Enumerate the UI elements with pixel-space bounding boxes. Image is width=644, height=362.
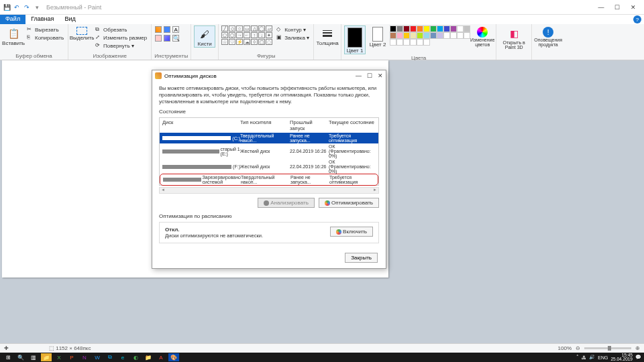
- table-row[interactable]: (F:)Жесткий диск22.04.2019 16:26ОК (Фраг…: [160, 159, 378, 174]
- tray-up-icon[interactable]: ˄: [576, 355, 579, 360]
- copy-button[interactable]: ⎘Копировать: [25, 34, 65, 42]
- palette-empty[interactable]: [396, 39, 403, 46]
- taskbar-app[interactable]: ◐: [130, 353, 141, 361]
- palette-empty[interactable]: [390, 39, 396, 46]
- tab-view[interactable]: Вид: [59, 15, 80, 24]
- palette-swatch[interactable]: [410, 32, 417, 39]
- fill-button[interactable]: ▣Заливка ▾: [275, 34, 311, 42]
- palette-swatch[interactable]: [390, 32, 396, 39]
- color1-button[interactable]: Цвет 1: [344, 25, 366, 54]
- zoom-slider[interactable]: [584, 347, 631, 349]
- palette-swatch[interactable]: [423, 32, 430, 39]
- paste-button[interactable]: 📋 Вставить: [3, 25, 24, 46]
- palette-swatch[interactable]: [403, 25, 410, 32]
- picker-tool[interactable]: [164, 35, 170, 42]
- clock[interactable]: 15:45 25.04.2019: [610, 353, 633, 362]
- fill-tool[interactable]: [164, 26, 170, 33]
- color-palette[interactable]: [390, 25, 470, 46]
- maximize-button[interactable]: ☐: [609, 3, 625, 12]
- palette-swatch[interactable]: [390, 25, 396, 32]
- optimize-button[interactable]: Оптимизировать: [319, 198, 379, 208]
- palette-swatch[interactable]: [410, 25, 417, 32]
- table-row[interactable]: старый 1 (E:)Жесткий диск22.04.2019 16:2…: [160, 143, 378, 159]
- zoom-tool[interactable]: 🔍: [172, 35, 179, 42]
- network-icon[interactable]: 🖧: [582, 355, 586, 360]
- palette-swatch[interactable]: [457, 25, 464, 32]
- palette-swatch[interactable]: [417, 32, 423, 39]
- table-row[interactable]: Зарезервировано системойТвердотельный на…: [160, 174, 378, 186]
- palette-empty[interactable]: [450, 32, 457, 39]
- paint3d-button[interactable]: ◧ Открыть в Paint 3D: [499, 25, 529, 50]
- qat-dropdown-icon[interactable]: ▾: [33, 3, 41, 11]
- palette-empty[interactable]: [417, 39, 423, 46]
- alerts-button[interactable]: ! Оповещения продукта: [535, 25, 561, 47]
- drive-icon: [162, 165, 231, 169]
- table-row[interactable]: (C:)Твердотельный накоп...Ранее не запус…: [160, 133, 378, 143]
- palette-swatch[interactable]: [464, 25, 470, 32]
- eraser-tool[interactable]: [155, 35, 162, 42]
- palette-swatch[interactable]: [437, 32, 443, 39]
- dialog-minimize-button[interactable]: —: [356, 72, 362, 79]
- analyze-button[interactable]: Анализировать: [258, 198, 315, 208]
- palette-empty[interactable]: [410, 39, 417, 46]
- shapes-gallery[interactable]: ╱◇○▭△◯▱ ⬠⬡→←↑↓✦ ☆♡⚡☁◊▢◌: [221, 25, 274, 45]
- help-icon[interactable]: ?: [633, 15, 641, 23]
- horizontal-scrollbar[interactable]: [159, 187, 379, 194]
- taskbar-app[interactable]: 📁: [143, 353, 154, 361]
- taskbar-app[interactable]: X: [54, 353, 64, 361]
- outline-button[interactable]: ◇Контур ▾: [275, 25, 311, 34]
- start-button[interactable]: ⊞: [3, 353, 13, 361]
- pencil-tool[interactable]: [155, 26, 162, 33]
- palette-empty[interactable]: [423, 39, 430, 46]
- text-tool[interactable]: A: [172, 26, 179, 33]
- dialog-maximize-button[interactable]: ☐: [367, 72, 372, 79]
- taskbar-app[interactable]: 🎨: [168, 353, 179, 361]
- tab-file[interactable]: Файл: [0, 15, 25, 24]
- save-icon[interactable]: 💾: [3, 3, 11, 11]
- palette-swatch[interactable]: [403, 32, 410, 39]
- size-button[interactable]: Толщина: [317, 25, 338, 46]
- language-indicator[interactable]: ENG: [598, 355, 608, 360]
- minimize-button[interactable]: —: [593, 3, 609, 12]
- palette-empty[interactable]: [403, 39, 410, 46]
- resize-button[interactable]: ⤢Изменить размер: [94, 34, 148, 42]
- palette-swatch[interactable]: [443, 25, 450, 32]
- cut-button[interactable]: ✂Вырезать: [25, 25, 65, 34]
- palette-swatch[interactable]: [417, 25, 423, 32]
- taskbar-app[interactable]: N: [79, 353, 90, 361]
- palette-swatch[interactable]: [450, 25, 457, 32]
- brushes-button[interactable]: 🖌 Кисти: [194, 25, 215, 48]
- palette-swatch[interactable]: [423, 25, 430, 32]
- dialog-close-button[interactable]: ✕: [378, 72, 383, 79]
- palette-swatch[interactable]: [396, 32, 403, 39]
- palette-swatch[interactable]: [437, 25, 443, 32]
- edit-colors-button[interactable]: Изменение цветов: [472, 25, 493, 47]
- taskbar-app[interactable]: e: [117, 353, 128, 361]
- palette-swatch[interactable]: [430, 25, 437, 32]
- search-button[interactable]: 🔍: [15, 353, 26, 361]
- taskbar-app[interactable]: W: [92, 353, 103, 361]
- taskbar-app[interactable]: A: [156, 353, 166, 361]
- palette-swatch[interactable]: [396, 25, 403, 32]
- taskbar-app[interactable]: ⧉: [105, 353, 115, 361]
- palette-empty[interactable]: [443, 32, 450, 39]
- close-dialog-button[interactable]: Закрыть: [345, 253, 378, 263]
- select-button[interactable]: Выделить: [71, 25, 93, 41]
- zoom-out-button[interactable]: ⊖: [576, 345, 580, 351]
- undo-icon[interactable]: ↶: [13, 3, 21, 11]
- color2-button[interactable]: Цвет 2: [367, 25, 388, 48]
- enable-schedule-button[interactable]: Включить: [330, 227, 373, 237]
- taskbar-app[interactable]: P: [66, 353, 77, 361]
- palette-empty[interactable]: [457, 32, 464, 39]
- notifications-icon[interactable]: 💬: [635, 355, 641, 360]
- volume-icon[interactable]: 🔊: [589, 355, 595, 360]
- crop-button[interactable]: ⧉Обрезать: [94, 25, 148, 34]
- close-button[interactable]: ✕: [625, 3, 641, 12]
- tab-home[interactable]: Главная: [25, 15, 59, 24]
- redo-icon[interactable]: ↷: [23, 3, 31, 11]
- palette-swatch[interactable]: [430, 32, 437, 39]
- zoom-in-button[interactable]: ⊕: [635, 345, 640, 351]
- task-view-button[interactable]: ▥: [28, 353, 39, 361]
- rotate-button[interactable]: ⟳Повернуть ▾: [94, 42, 148, 50]
- taskbar-app[interactable]: 📁: [41, 353, 52, 361]
